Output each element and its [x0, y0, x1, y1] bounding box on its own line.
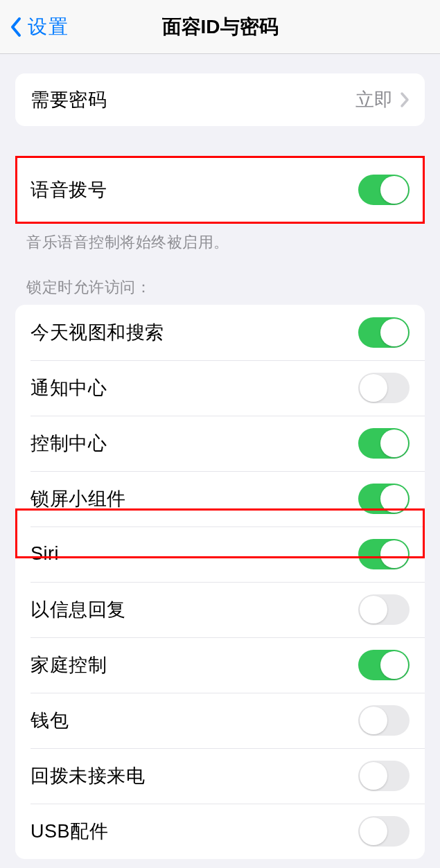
lock-access-item-toggle[interactable] — [358, 428, 410, 459]
lock-access-item-toggle[interactable] — [358, 705, 410, 736]
voice-dial-label: 语音拨号 — [30, 177, 107, 202]
content: 需要密码 立即 语音拨号 音乐语音控制将始终被启用 — [0, 73, 440, 868]
section-voice-dial: 语音拨号 音乐语音控制将始终被启用。 — [0, 157, 440, 254]
toggle-knob — [360, 596, 387, 623]
back-label: 设置 — [28, 14, 69, 40]
lock-access-item-toggle[interactable] — [358, 761, 410, 791]
toggle-knob — [380, 429, 408, 457]
row-lock-access-item: 锁屏小组件 — [15, 471, 425, 526]
group-voice-dial: 语音拨号 — [15, 157, 425, 223]
row-lock-access-item: 通知中心 — [15, 360, 425, 416]
row-lock-access-item: Siri — [15, 526, 425, 582]
row-lock-access-item: 钱包 — [15, 693, 425, 748]
lock-access-footer: iPhone锁定超过一小时后，需先解锁iPhone才能允许USB配件连接。 — [0, 859, 440, 868]
row-require-passcode[interactable]: 需要密码 立即 — [15, 73, 425, 126]
section-require-passcode: 需要密码 立即 — [0, 73, 440, 126]
toggle-knob — [380, 485, 408, 513]
lock-access-item-toggle[interactable] — [358, 650, 410, 680]
toggle-knob — [380, 176, 408, 204]
require-passcode-value-text: 立即 — [355, 87, 393, 112]
toggle-knob — [380, 540, 408, 568]
lock-access-item-toggle[interactable] — [358, 539, 410, 569]
row-lock-access-item: 控制中心 — [15, 416, 425, 471]
lock-access-item-toggle[interactable] — [358, 484, 410, 514]
toggle-knob — [360, 762, 387, 790]
row-voice-dial: 语音拨号 — [15, 157, 425, 223]
require-passcode-value: 立即 — [355, 87, 410, 112]
page-title: 面容ID与密码 — [162, 14, 279, 40]
nav-header: 设置 面容ID与密码 — [0, 0, 440, 54]
voice-dial-toggle[interactable] — [358, 175, 410, 205]
row-lock-access-item: 回拨未接来电 — [15, 748, 425, 804]
lock-access-item-toggle[interactable] — [358, 594, 410, 625]
toggle-knob — [360, 707, 387, 734]
row-lock-access-item: USB配件 — [15, 804, 425, 859]
group-lock-access: 今天视图和搜索通知中心控制中心锁屏小组件Siri以信息回复家庭控制钱包回拨未接来… — [15, 305, 425, 859]
lock-access-item-toggle[interactable] — [358, 317, 410, 348]
toggle-knob — [360, 817, 387, 845]
row-lock-access-item: 今天视图和搜索 — [15, 305, 425, 360]
lock-access-item-label: 家庭控制 — [30, 653, 107, 677]
lock-access-item-label: USB配件 — [30, 819, 108, 844]
toggle-knob — [380, 651, 408, 679]
toggle-knob — [380, 319, 408, 346]
lock-access-item-toggle[interactable] — [358, 373, 410, 403]
voice-dial-footer: 音乐语音控制将始终被启用。 — [0, 223, 440, 254]
lock-access-item-label: 今天视图和搜索 — [30, 320, 164, 345]
require-passcode-label: 需要密码 — [30, 87, 107, 112]
chevron-right-icon — [400, 91, 410, 108]
row-lock-access-item: 以信息回复 — [15, 582, 425, 637]
back-button[interactable]: 设置 — [0, 14, 69, 40]
lock-access-item-label: 锁屏小组件 — [30, 486, 126, 511]
lock-access-item-label: 控制中心 — [30, 431, 107, 456]
lock-access-item-label: 钱包 — [30, 708, 69, 733]
lock-access-item-toggle[interactable] — [358, 816, 410, 847]
lock-access-header: 锁定时允许访问： — [0, 277, 440, 305]
lock-access-item-label: 通知中心 — [30, 375, 107, 400]
group-require-passcode: 需要密码 立即 — [15, 73, 425, 126]
chevron-left-icon — [8, 16, 24, 38]
lock-access-item-label: 回拨未接来电 — [30, 763, 145, 788]
lock-access-item-label: 以信息回复 — [30, 597, 126, 622]
lock-access-item-label: Siri — [30, 543, 59, 565]
row-lock-access-item: 家庭控制 — [15, 637, 425, 693]
toggle-knob — [360, 374, 387, 402]
section-lock-access: 锁定时允许访问： 今天视图和搜索通知中心控制中心锁屏小组件Siri以信息回复家庭… — [0, 277, 440, 868]
